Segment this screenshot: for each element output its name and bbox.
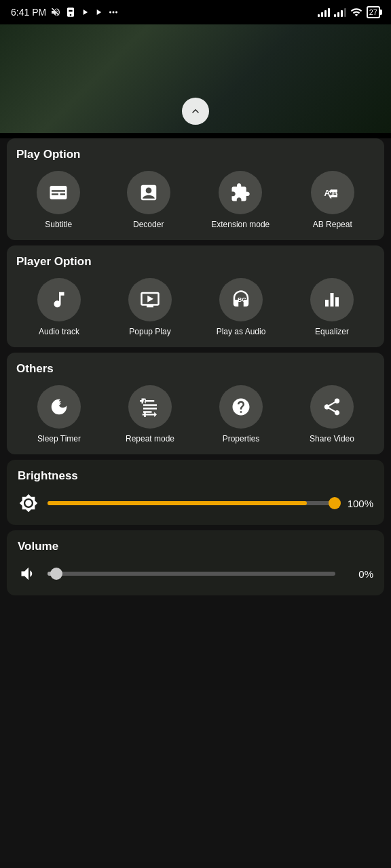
- others-section: Others Sleep Timer: [7, 353, 384, 454]
- brightness-slider[interactable]: [48, 501, 335, 505]
- play-option-section: Play Option Subtitle Decoder: [7, 138, 384, 240]
- ab-repeat-icon: A B: [322, 182, 343, 203]
- volume-section: Volume 0%: [7, 530, 384, 595]
- extension-mode-label: Extension mode: [211, 220, 269, 229]
- others-title: Others: [14, 362, 377, 376]
- play-option-title: Play Option: [14, 148, 377, 161]
- play-icon-2: [94, 7, 103, 17]
- decoder-icon-circle: [127, 171, 170, 214]
- equalizer-label: Equalizer: [315, 327, 349, 336]
- popup-play-label: Popup Play: [129, 327, 170, 336]
- ab-repeat-icon-circle: A B: [311, 171, 354, 214]
- mute-icon: [50, 7, 61, 18]
- player-option-title: Player Option: [14, 255, 377, 269]
- properties-item[interactable]: Properties: [214, 385, 268, 443]
- popup-play-icon: [140, 290, 160, 310]
- decoder-icon: [138, 182, 159, 203]
- properties-icon: [231, 397, 251, 417]
- battery-icon: 27: [367, 6, 380, 18]
- sleep-timer-label: Sleep Timer: [37, 434, 81, 443]
- volume-slider[interactable]: [48, 572, 335, 576]
- equalizer-icon-circle: [310, 278, 354, 321]
- main-panel: Play Option Subtitle Decoder: [0, 138, 391, 868]
- brightness-title: Brightness: [18, 469, 373, 483]
- sim-icon: [65, 7, 76, 18]
- play-as-audio-label: Play as Audio: [217, 327, 266, 336]
- player-option-grid: Audio track Popup Play BG: [14, 278, 377, 336]
- share-video-icon: [322, 397, 342, 417]
- status-right: 27: [318, 6, 380, 18]
- brightness-row: 100%: [18, 492, 373, 514]
- popup-play-icon-circle: [128, 278, 172, 321]
- volume-title: Volume: [18, 540, 373, 553]
- sleep-timer-icon-circle: [37, 385, 81, 429]
- time: 6:41 PM: [11, 7, 46, 18]
- play-as-audio-icon-circle: BG: [219, 278, 263, 321]
- repeat-mode-icon-circle: [128, 385, 172, 429]
- share-video-item[interactable]: Share Video: [305, 385, 359, 443]
- svg-text:BG: BG: [238, 296, 246, 303]
- play-as-audio-item[interactable]: BG Play as Audio: [214, 278, 268, 336]
- subtitle-icon-circle: [37, 171, 80, 214]
- scroll-up-button[interactable]: [182, 98, 209, 125]
- extension-mode-icon: [230, 182, 250, 203]
- signal-2: [334, 7, 346, 17]
- subtitle-icon: [48, 182, 69, 203]
- popup-play-item[interactable]: Popup Play: [123, 278, 177, 336]
- volume-row: 0%: [18, 563, 373, 585]
- repeat-mode-label: Repeat mode: [126, 434, 174, 443]
- audio-track-icon-circle: [37, 278, 81, 321]
- properties-label: Properties: [223, 434, 260, 443]
- ab-repeat-item[interactable]: A B AB Repeat: [305, 171, 360, 229]
- brightness-icon: [18, 492, 39, 514]
- decoder-item[interactable]: Decoder: [122, 171, 176, 229]
- play-as-audio-icon: BG: [231, 290, 251, 310]
- play-icon-1: [80, 7, 90, 17]
- brightness-value: 100%: [343, 498, 373, 509]
- brightness-section: Brightness 100%: [7, 460, 384, 525]
- play-option-grid: Subtitle Decoder Extension mode: [14, 171, 377, 229]
- subtitle-label: Subtitle: [45, 220, 72, 229]
- audio-track-icon: [49, 290, 69, 310]
- player-option-section: Player Option Audio track Popup Play: [7, 245, 384, 347]
- sleep-timer-icon: [49, 397, 69, 417]
- sleep-timer-item[interactable]: Sleep Timer: [32, 385, 86, 443]
- extension-mode-icon-circle: [219, 171, 262, 214]
- more-icon: [107, 6, 119, 18]
- subtitle-item[interactable]: Subtitle: [31, 171, 86, 229]
- audio-track-label: Audio track: [39, 327, 79, 336]
- decoder-label: Decoder: [133, 220, 164, 229]
- equalizer-icon: [322, 290, 342, 310]
- share-video-icon-circle: [310, 385, 354, 429]
- wifi-icon: [350, 6, 362, 18]
- repeat-mode-icon: [140, 397, 160, 417]
- ab-repeat-label: AB Repeat: [313, 220, 352, 229]
- share-video-label: Share Video: [310, 434, 354, 443]
- repeat-mode-item[interactable]: Repeat mode: [123, 385, 177, 443]
- equalizer-item[interactable]: Equalizer: [305, 278, 359, 336]
- volume-value: 0%: [343, 568, 373, 580]
- others-grid: Sleep Timer Repeat mode: [14, 385, 377, 443]
- video-area: [0, 24, 391, 133]
- signal-1: [318, 7, 330, 17]
- volume-icon: [18, 563, 39, 585]
- properties-icon-circle: [219, 385, 263, 429]
- status-bar: 6:41 PM: [0, 0, 391, 24]
- audio-track-item[interactable]: Audio track: [32, 278, 86, 336]
- status-left: 6:41 PM: [11, 6, 119, 18]
- extension-mode-item[interactable]: Extension mode: [211, 171, 269, 229]
